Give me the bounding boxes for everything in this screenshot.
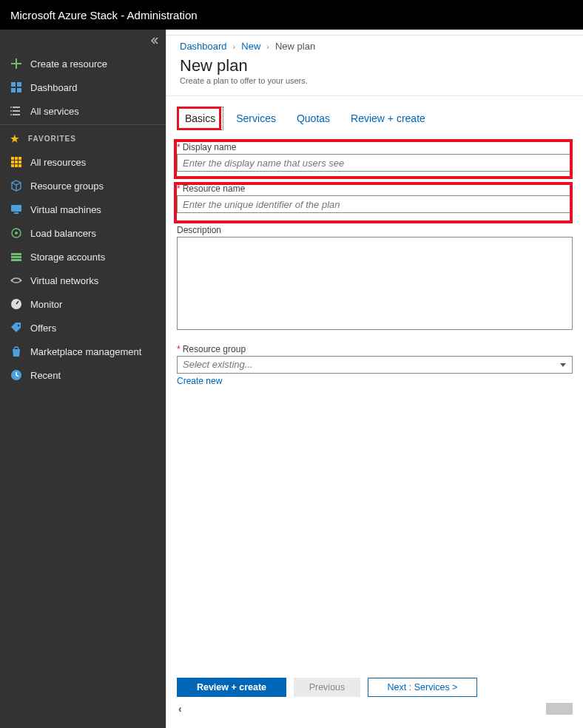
sidebar-item-label: All resources: [30, 157, 86, 168]
dashboard-icon: [10, 81, 22, 93]
svg-rect-0: [11, 82, 16, 87]
sidebar-item-label: Virtual machines: [30, 204, 101, 215]
description-label: Description: [177, 222, 573, 235]
sidebar-item-label: Resource groups: [30, 181, 104, 192]
create-new-link[interactable]: Create new: [177, 376, 222, 386]
sidebar-item-storage-accounts[interactable]: Storage accounts: [0, 245, 166, 269]
svg-rect-17: [14, 212, 18, 214]
scroll-left-icon[interactable]: ‹: [177, 703, 189, 715]
collapse-icon: [149, 36, 158, 45]
svg-rect-16: [11, 205, 21, 212]
svg-rect-20: [11, 253, 21, 255]
favorites-label: FAVORITES: [28, 135, 76, 143]
breadcrumb-link-new[interactable]: New: [241, 41, 260, 52]
vnet-icon: [10, 274, 22, 286]
loadbalancer-icon: [10, 227, 22, 239]
sidebar-item-recent[interactable]: Recent: [0, 363, 166, 387]
horizontal-scrollbar-top[interactable]: [166, 30, 583, 36]
scrollbar-thumb[interactable]: [546, 703, 573, 715]
plus-icon: [10, 58, 22, 70]
tab-review-create[interactable]: Review + create: [343, 107, 434, 130]
sidebar-item-label: Virtual networks: [30, 275, 98, 286]
sidebar-favorites-header: ★ FAVORITES: [0, 127, 166, 150]
resource-name-label: *Resource name: [177, 181, 573, 194]
svg-rect-7: [11, 157, 14, 160]
clock-icon: [10, 369, 22, 381]
sidebar-item-label: Storage accounts: [30, 252, 105, 263]
resource-name-input[interactable]: [177, 195, 573, 213]
sidebar-item-load-balancers[interactable]: Load balancers: [0, 221, 166, 245]
svg-point-6: [10, 114, 12, 115]
app-title: Microsoft Azure Stack - Administration: [10, 9, 198, 21]
star-icon: ★: [10, 133, 20, 144]
page-title: New plan: [180, 56, 570, 75]
tag-icon: [10, 322, 22, 334]
chevron-right-icon: ›: [266, 42, 269, 51]
svg-point-19: [15, 232, 18, 235]
svg-rect-13: [11, 164, 14, 167]
sidebar-item-virtual-machines[interactable]: Virtual machines: [0, 198, 166, 221]
sidebar-item-marketplace[interactable]: Marketplace management: [0, 340, 166, 363]
cube-icon: [10, 180, 22, 192]
sidebar-item-label: Offers: [30, 323, 56, 334]
tab-basics[interactable]: Basics: [177, 107, 223, 130]
sidebar-all-services[interactable]: All services: [0, 99, 166, 123]
main-panel: Dashboard › New › New plan New plan Crea…: [166, 30, 583, 728]
breadcrumb: Dashboard › New › New plan: [166, 36, 583, 55]
sidebar-item-label: Create a resource: [30, 58, 107, 70]
sidebar: Create a resource Dashboard All services…: [0, 30, 166, 728]
sidebar-collapse[interactable]: [0, 30, 166, 52]
sidebar-item-label: Load balancers: [30, 228, 96, 239]
sidebar-item-all-resources[interactable]: All resources: [0, 150, 166, 174]
storage-icon: [10, 251, 22, 263]
svg-rect-2: [11, 88, 16, 92]
previous-button: Previous: [294, 678, 360, 697]
svg-rect-1: [17, 82, 21, 87]
footer-buttons: Review + create Previous Next : Services…: [177, 678, 573, 703]
display-name-input[interactable]: [177, 154, 573, 172]
svg-rect-22: [11, 259, 21, 261]
resource-group-select[interactable]: Select existing...: [177, 356, 573, 374]
grid-icon: [10, 156, 22, 168]
review-create-button[interactable]: Review + create: [177, 678, 286, 697]
sidebar-create-resource[interactable]: Create a resource: [0, 52, 166, 75]
gauge-icon: [10, 298, 22, 310]
sidebar-item-label: Dashboard: [30, 82, 78, 93]
svg-rect-15: [18, 164, 21, 167]
svg-point-23: [11, 280, 13, 282]
chevron-right-icon: ›: [233, 42, 236, 51]
sidebar-item-virtual-networks[interactable]: Virtual networks: [0, 269, 166, 292]
display-name-label: *Display name: [177, 139, 573, 152]
sidebar-item-label: Monitor: [30, 299, 62, 310]
horizontal-scrollbar-bottom[interactable]: ‹: [177, 703, 573, 715]
svg-rect-21: [11, 256, 21, 258]
sidebar-item-offers[interactable]: Offers: [0, 316, 166, 340]
svg-point-4: [10, 107, 12, 108]
sidebar-item-label: Recent: [30, 370, 61, 381]
topbar: Microsoft Azure Stack - Administration: [0, 0, 583, 30]
next-services-button[interactable]: Next : Services >: [368, 678, 477, 697]
svg-point-26: [18, 325, 20, 327]
svg-rect-12: [18, 161, 21, 164]
vm-icon: [10, 203, 22, 215]
tab-quotas[interactable]: Quotas: [289, 107, 338, 130]
sidebar-dashboard[interactable]: Dashboard: [0, 75, 166, 99]
breadcrumb-link-dashboard[interactable]: Dashboard: [180, 41, 227, 52]
description-textarea[interactable]: [177, 237, 573, 330]
svg-rect-3: [17, 88, 21, 92]
resource-group-label: *Resource group: [177, 341, 573, 354]
sidebar-item-label: All services: [30, 106, 79, 117]
sidebar-item-label: Marketplace management: [30, 346, 141, 357]
svg-rect-8: [15, 157, 18, 160]
svg-point-5: [10, 110, 12, 112]
svg-rect-9: [18, 157, 21, 160]
list-icon: [10, 105, 22, 117]
svg-rect-14: [15, 164, 18, 167]
svg-rect-11: [15, 161, 18, 164]
sidebar-item-resource-groups[interactable]: Resource groups: [0, 174, 166, 198]
tab-services[interactable]: Services: [228, 107, 284, 130]
svg-point-24: [20, 280, 22, 282]
scrollbar-track[interactable]: [189, 703, 573, 715]
tabs: Basics Services Quotas Review + create: [177, 107, 573, 130]
sidebar-item-monitor[interactable]: Monitor: [0, 292, 166, 316]
